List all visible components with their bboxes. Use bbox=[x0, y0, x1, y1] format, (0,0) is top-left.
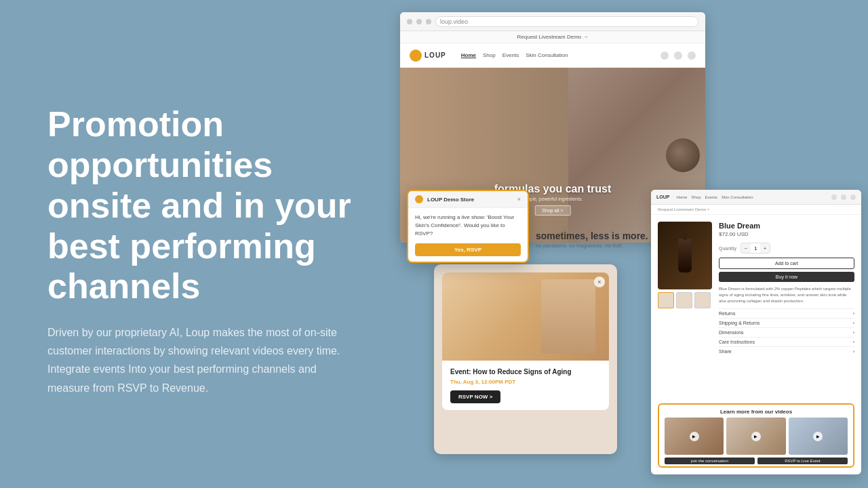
accordion-returns[interactable]: Returns› bbox=[719, 308, 854, 318]
product-qty-plus[interactable]: + bbox=[760, 243, 770, 253]
browser-bar: loup.video bbox=[400, 12, 705, 31]
product-details: Blue Dream $72.00 USD Quantity − 1 + Add… bbox=[719, 222, 854, 356]
accordion-care[interactable]: Care Instructions› bbox=[719, 337, 854, 346]
product-qty-label: Quantity bbox=[719, 246, 736, 251]
product-logo: LOUP bbox=[656, 195, 669, 199]
event-rsvp-button[interactable]: RSVP NOW > bbox=[450, 390, 500, 403]
product-images bbox=[658, 222, 712, 356]
product-qty-controls: − 1 + bbox=[741, 243, 770, 253]
product-qty-minus[interactable]: − bbox=[741, 243, 751, 253]
right-panel: loup.video Request Livestream Demo → LOU… bbox=[393, 0, 868, 488]
accordion-share[interactable]: Share› bbox=[719, 346, 854, 356]
nav-home[interactable]: Home bbox=[461, 52, 476, 58]
nav-skin[interactable]: Skin Consultation bbox=[526, 52, 568, 58]
video-cta-row: join the conversation RSVP to Live Event bbox=[665, 458, 848, 464]
video-thumb-3[interactable]: ▶ bbox=[789, 418, 848, 455]
product-nav: LOUP Home Shop Events Skin Consultation bbox=[651, 190, 861, 205]
browser-address: loup.video bbox=[435, 16, 698, 27]
product-nav-shop[interactable]: Shop bbox=[691, 195, 701, 199]
product-nav-icons bbox=[831, 195, 856, 200]
video-join-button[interactable]: join the conversation bbox=[665, 458, 755, 464]
popup-rsvp-button[interactable]: Yes, RSVP bbox=[415, 243, 521, 256]
popup-notification: LOUP Demo Store × Hi, we're running a li… bbox=[407, 190, 529, 263]
user-icon[interactable] bbox=[674, 52, 682, 60]
video-thumb-2[interactable]: ▶ bbox=[726, 418, 785, 455]
logo-text: LOUP bbox=[425, 52, 446, 59]
product-name: Blue Dream bbox=[719, 222, 854, 230]
popup-logo bbox=[415, 195, 423, 203]
video-thumb-1[interactable]: ▶ bbox=[665, 418, 724, 455]
product-thumb-3[interactable] bbox=[694, 292, 711, 308]
product-thumb-2[interactable] bbox=[676, 292, 692, 308]
product-user-icon[interactable] bbox=[841, 195, 846, 200]
product-main-image bbox=[658, 222, 712, 289]
video-play-2[interactable]: ▶ bbox=[751, 432, 761, 441]
event-info: Event: How to Reduce Signs of Aging Thu,… bbox=[442, 361, 609, 410]
product-nav-home[interactable]: Home bbox=[676, 195, 687, 199]
nav-events[interactable]: Events bbox=[502, 52, 519, 58]
browser-dot-2 bbox=[416, 19, 422, 24]
popup-header: LOUP Demo Store × bbox=[408, 191, 528, 208]
left-panel: Promotion opportunities onsite and in yo… bbox=[0, 0, 393, 488]
product-buy-now-button[interactable]: Buy it now bbox=[719, 272, 854, 282]
video-section: Learn more from our videos ▶ ▶ ▶ join th… bbox=[658, 403, 854, 468]
product-nav-events[interactable]: Events bbox=[705, 195, 717, 199]
product-breadcrumb: Request Livestream Demo > bbox=[651, 205, 861, 215]
popup-store-name: LOUP Demo Store bbox=[427, 197, 513, 203]
video-play-1[interactable]: ▶ bbox=[690, 432, 699, 441]
browser-dot-1 bbox=[407, 19, 412, 24]
hero-cta-button[interactable]: Shop all > bbox=[534, 205, 570, 216]
video-play-3[interactable]: ▶ bbox=[813, 432, 823, 441]
product-qty-value: 1 bbox=[751, 243, 760, 253]
product-browser: LOUP Home Shop Events Skin Consultation … bbox=[651, 190, 861, 474]
event-title: Event: How to Reduce Signs of Aging bbox=[450, 367, 601, 376]
product-add-to-cart-button[interactable]: Add to cart bbox=[719, 258, 854, 269]
search-icon[interactable] bbox=[660, 52, 669, 60]
product-thumb-1[interactable] bbox=[658, 292, 674, 308]
event-close-button[interactable]: × bbox=[594, 277, 605, 287]
nav-links: Home Shop Events Skin Consultation bbox=[461, 52, 568, 58]
sub-text: Driven by our proprietary AI, Loup makes… bbox=[47, 323, 359, 397]
cart-icon[interactable] bbox=[688, 52, 696, 60]
event-card: × Event: How to Reduce Signs of Aging Th… bbox=[434, 264, 617, 454]
accordion-shipping[interactable]: Shipping & Returns› bbox=[719, 318, 854, 327]
main-heading: Promotion opportunities onsite and in yo… bbox=[47, 104, 359, 307]
nav-shop[interactable]: Shop bbox=[483, 52, 496, 58]
popup-body: Hi, we're running a live show: 'Boost Yo… bbox=[408, 208, 528, 262]
site-logo: LOUP bbox=[410, 49, 446, 62]
popup-close-button[interactable]: × bbox=[517, 196, 521, 203]
event-person-image bbox=[541, 279, 595, 354]
nav-icons bbox=[660, 52, 696, 60]
logo-circle bbox=[410, 49, 422, 62]
product-content: Blue Dream $72.00 USD Quantity − 1 + Add… bbox=[651, 215, 861, 363]
accordion-dimensions[interactable]: Dimensions› bbox=[719, 327, 854, 337]
browser-dot-3 bbox=[426, 19, 431, 24]
product-quantity-row: Quantity − 1 + bbox=[719, 243, 854, 253]
product-price: $72.00 USD bbox=[719, 231, 854, 237]
product-search-icon[interactable] bbox=[831, 195, 837, 200]
video-section-title: Learn more from our videos bbox=[665, 409, 848, 415]
product-thumbnails bbox=[658, 292, 712, 308]
product-cart-icon[interactable] bbox=[850, 195, 856, 200]
event-card-inner: × Event: How to Reduce Signs of Aging Th… bbox=[442, 272, 609, 410]
event-date: Thu, Aug 3, 12:00PM PDT bbox=[450, 379, 601, 385]
video-thumbnails: ▶ ▶ ▶ bbox=[665, 418, 848, 455]
product-accordions: Returns› Shipping & Returns› Dimensions›… bbox=[719, 308, 854, 356]
video-rsvp-button[interactable]: RSVP to Live Event bbox=[757, 458, 848, 464]
livestream-bar[interactable]: Request Livestream Demo → bbox=[400, 31, 705, 43]
site-nav: LOUP Home Shop Events Skin Consultation bbox=[400, 43, 705, 68]
event-image: × bbox=[442, 272, 609, 361]
product-bottle-image bbox=[678, 239, 692, 272]
popup-message: Hi, we're running a live show: 'Boost Yo… bbox=[415, 214, 521, 238]
product-nav-skin[interactable]: Skin Consultation bbox=[722, 195, 753, 199]
product-nav-links: Home Shop Events Skin Consultation bbox=[676, 195, 753, 199]
hero-product-image bbox=[666, 138, 700, 172]
product-description: Blue Dream is formulated with 2% copper … bbox=[719, 286, 854, 304]
